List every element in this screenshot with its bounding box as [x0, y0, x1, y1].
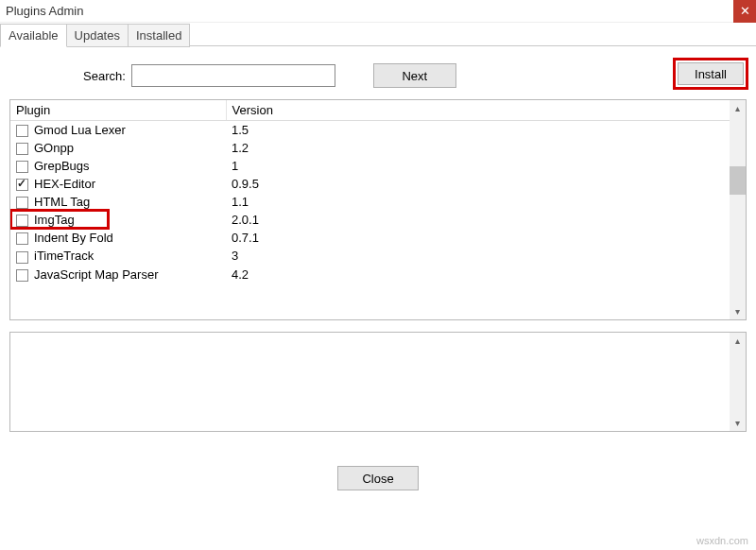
- plugins-admin-window: Plugins Admin ✕ Available Updates Instal…: [0, 0, 756, 550]
- next-button[interactable]: Next: [373, 63, 456, 88]
- install-highlight: Install: [673, 58, 748, 90]
- table-row[interactable]: HTML Tag1.1: [10, 193, 746, 211]
- scroll-down-icon[interactable]: ▾: [730, 415, 746, 431]
- close-button[interactable]: Close: [337, 466, 419, 490]
- scroll-thumb[interactable]: [730, 166, 746, 195]
- plugin-checkbox[interactable]: [16, 251, 28, 264]
- plugin-name: ImgTag: [34, 213, 75, 227]
- scroll-up-icon[interactable]: ▴: [730, 333, 746, 349]
- column-version[interactable]: Version: [226, 100, 746, 121]
- table-row[interactable]: Indent By Fold0.7.1: [10, 229, 746, 247]
- window-title: Plugins Admin: [0, 4, 83, 18]
- titlebar: Plugins Admin ✕: [0, 0, 756, 23]
- table-row[interactable]: GOnpp1.2: [10, 139, 746, 157]
- scroll-up-icon[interactable]: ▴: [730, 100, 746, 116]
- plugin-version: 1.2: [226, 139, 746, 157]
- plugin-version: 0.9.5: [226, 175, 746, 193]
- plugin-checkbox[interactable]: [16, 161, 28, 173]
- description-scrollbar[interactable]: ▴ ▾: [730, 333, 746, 431]
- table-row[interactable]: HEX-Editor0.9.5: [10, 175, 746, 193]
- plugin-table: Plugin Version Gmod Lua Lexer1.5GOnpp1.2…: [10, 100, 746, 284]
- close-icon: ✕: [740, 5, 750, 17]
- tab-updates[interactable]: Updates: [67, 24, 129, 47]
- plugin-version: 1: [226, 157, 746, 175]
- table-row[interactable]: ImgTag2.0.1: [10, 211, 746, 229]
- install-button[interactable]: Install: [678, 62, 744, 85]
- plugin-list: Plugin Version Gmod Lua Lexer1.5GOnpp1.2…: [9, 99, 747, 320]
- plugin-name: GOnpp: [34, 141, 74, 155]
- plugin-name: HTML Tag: [34, 195, 90, 209]
- plugin-checkbox[interactable]: [16, 125, 28, 137]
- plugin-name: Gmod Lua Lexer: [34, 123, 126, 137]
- plugin-name: JavaScript Map Parser: [34, 267, 159, 282]
- plugin-version: 1.5: [226, 121, 746, 140]
- search-label: Search:: [83, 69, 126, 83]
- watermark: wsxdn.com: [696, 535, 748, 546]
- table-row[interactable]: GrepBugs1: [10, 157, 746, 175]
- plugin-name: iTimeTrack: [34, 249, 94, 263]
- tab-installed[interactable]: Installed: [129, 24, 190, 47]
- tabstrip: Available Updates Installed: [0, 23, 756, 46]
- scroll-down-icon[interactable]: ▾: [730, 303, 746, 319]
- description-box: ▴ ▾: [9, 332, 747, 432]
- tab-available[interactable]: Available: [0, 24, 67, 47]
- plugin-version: 0.7.1: [226, 229, 746, 247]
- plugin-checkbox[interactable]: [16, 232, 28, 245]
- plugin-name: Indent By Fold: [34, 231, 113, 245]
- search-row: Search: Next Install: [0, 46, 756, 99]
- plugin-checkbox[interactable]: [16, 179, 28, 191]
- plugin-checkbox[interactable]: [16, 269, 28, 282]
- table-row[interactable]: iTimeTrack3: [10, 247, 746, 265]
- plugin-checkbox[interactable]: [16, 197, 28, 209]
- plugin-version: 4.2: [226, 266, 746, 284]
- plugin-scrollbar[interactable]: ▴ ▾: [730, 100, 746, 319]
- search-input[interactable]: [131, 64, 335, 87]
- plugin-name: HEX-Editor: [34, 177, 95, 191]
- window-close-button[interactable]: ✕: [733, 0, 756, 23]
- plugin-checkbox[interactable]: [16, 143, 28, 155]
- close-row: Close: [0, 466, 756, 490]
- plugin-version: 2.0.1: [226, 211, 746, 229]
- plugin-version: 3: [226, 247, 746, 265]
- table-row[interactable]: JavaScript Map Parser4.2: [10, 266, 746, 284]
- column-plugin[interactable]: Plugin: [10, 100, 226, 121]
- plugin-name: GrepBugs: [34, 159, 90, 173]
- plugin-checkbox[interactable]: [16, 215, 28, 227]
- table-row[interactable]: Gmod Lua Lexer1.5: [10, 121, 746, 140]
- plugin-version: 1.1: [226, 193, 746, 211]
